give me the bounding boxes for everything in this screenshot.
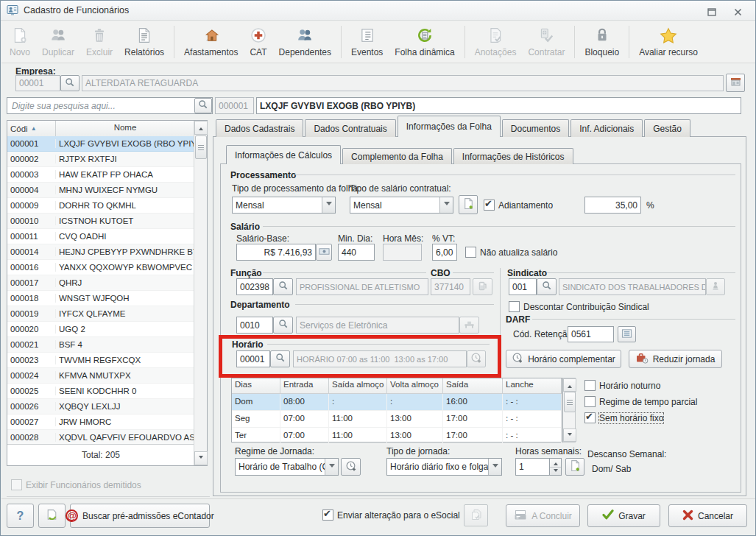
scroll-down-arrow[interactable] (194, 451, 208, 465)
employee-row[interactable]: 000002RJTPX RXTFJI (7, 152, 194, 167)
company-button[interactable] (726, 74, 745, 92)
scroll-down-arrow[interactable] (563, 429, 576, 442)
employee-row[interactable]: 000025SEENI KODCHHR 0 (7, 384, 194, 399)
employee-row[interactable]: 000003HAW EKATP FP OHACA (7, 167, 194, 183)
employee-row[interactable]: 000026XQBQY LEXLJJ (7, 399, 194, 415)
tab-documentos[interactable]: Documentos (502, 119, 569, 137)
min-dia-field[interactable]: 440 (338, 244, 375, 261)
vt-field[interactable]: 6,00 (432, 244, 457, 261)
tipo-folha-select[interactable]: Mensal (232, 197, 336, 214)
employee-row[interactable]: 000023TWVMH REGFXCQX (7, 353, 194, 368)
descontar-sindical-checkbox[interactable]: Descontar Contribuição Sindical (509, 301, 649, 312)
scroll-thumb[interactable] (564, 392, 576, 412)
subtab-complemento-da-folha[interactable]: Complemento da Folha (342, 148, 452, 164)
gravar-button[interactable]: Gravar (587, 504, 660, 527)
schedule-scrollbar[interactable] (562, 378, 576, 442)
toolbar-avaliar-recurso-button[interactable]: Avaliar recurso (633, 23, 704, 61)
horas-spinner[interactable] (550, 458, 562, 476)
schedule-column-saida[interactable]: Saída (443, 378, 503, 393)
tab-dados-cadastrais[interactable]: Dados Cadastrais (216, 119, 303, 137)
employee-row[interactable]: 000018WNSGT WJFQOH (7, 291, 194, 306)
scroll-thumb[interactable] (195, 135, 207, 159)
horario-complementar-button[interactable]: Horário complementar (506, 350, 621, 368)
column-code[interactable]: Códi (10, 124, 28, 133)
employee-row[interactable]: 000009DORHR TO QKMHL (7, 198, 194, 214)
cod-retencao-field[interactable]: 0561 (568, 326, 614, 342)
flag-horario-noturno-checkbox[interactable]: Horário noturno (584, 380, 660, 391)
employee-row[interactable]: 000027JRW HMORC (7, 415, 194, 430)
toolbar-eventos-button[interactable]: Eventos (345, 23, 389, 61)
adiantamento-value-field[interactable]: 35,00 (584, 197, 641, 214)
toolbar-dependentes-button[interactable]: Dependentes (273, 23, 337, 61)
grid-scrollbar[interactable] (194, 121, 207, 465)
close-window-button[interactable] (729, 6, 746, 18)
toolbar-bloqueio-button[interactable]: Bloqueio (579, 23, 625, 61)
employee-row[interactable]: 000017QHRJ (7, 275, 194, 291)
regime-jornada-select[interactable]: Horário de Trabalho (Cap. (235, 458, 339, 476)
tipo-salario-select[interactable]: Mensal (350, 197, 453, 214)
subtab-informacoes-de-calculos[interactable]: Informações de Cálculos (226, 145, 341, 164)
tab-gestao[interactable]: Gestão (644, 119, 690, 137)
adiantamento-checkbox[interactable]: Adiantamento (484, 200, 553, 211)
funcao-code-field[interactable]: 002398 (236, 278, 273, 295)
employee-row[interactable]: 000004MHNJ WUIXECF NYMGU (7, 183, 194, 198)
help-button[interactable]: ? (7, 504, 34, 528)
subtab-informacoes-de-historicos[interactable]: Informações de Históricos (453, 148, 573, 164)
tab-dados-contratuais[interactable]: Dados Contratuais (305, 119, 395, 137)
toolbar-relatorios-button[interactable]: Relatórios (119, 23, 170, 61)
toolbar-cat-button[interactable]: CAT (244, 23, 272, 61)
tab-informacoes-da-folha[interactable]: Informações da Folha (398, 116, 501, 137)
employee-row[interactable]: 000020UGQ 2 (7, 322, 194, 337)
restore-window-button[interactable] (704, 6, 720, 18)
spinner-down[interactable] (550, 468, 561, 476)
employee-row[interactable]: 000014HEJNJ CPEBYYP PXWNDHRKE BTB J (7, 244, 194, 260)
column-name[interactable]: Nome (56, 121, 194, 136)
sindicato-code-field[interactable]: 001 (509, 278, 537, 295)
flag-regime-de-tempo-parcial-checkbox[interactable]: Regime de tempo parcial (584, 396, 697, 407)
employee-row[interactable]: 000021BSF 4 (7, 337, 194, 353)
esocial-checkbox[interactable]: Enviar alteração para o eSocial (322, 509, 460, 521)
horario-search-button[interactable] (270, 350, 290, 367)
schedule-row[interactable]: Ter07:0011:0013:0017:00: - : (232, 428, 562, 445)
empresa-code-field[interactable]: 00001 (15, 75, 60, 91)
schedule-column-lanche[interactable]: Lanche (503, 378, 562, 393)
sync-button[interactable] (38, 504, 66, 528)
salario-base-field[interactable]: R$ 7.416,93 (236, 244, 316, 261)
empresa-search-button[interactable] (60, 75, 80, 91)
reduzir-jornada-button[interactable]: Reduzir jornada (629, 350, 722, 368)
employee-row[interactable]: 000019IYFCX QLFAYME (7, 306, 194, 322)
money-button[interactable] (316, 244, 332, 261)
employee-row[interactable]: 000024KFMVA NMUTXPX (7, 368, 194, 384)
buscar-pre-admissoes-button[interactable]: @ Buscar pré-admissões eContador (70, 504, 210, 528)
retencao-list-button[interactable] (618, 326, 636, 342)
tab-inf-adicionais[interactable]: Inf. Adicionais (570, 119, 643, 137)
employee-name-field[interactable]: LXQJF GVYBVI EXOGB (RBO YPIYB) (256, 97, 741, 114)
nao-atualiza-checkbox[interactable]: Não atualiza salário (465, 247, 557, 258)
sindicato-search-button[interactable] (537, 278, 557, 295)
spinner-up[interactable] (550, 459, 561, 468)
horario-code-field[interactable]: 00001 (236, 350, 270, 367)
horas-history-button[interactable] (565, 458, 584, 476)
scroll-up-arrow[interactable] (194, 121, 208, 135)
employee-row[interactable]: 000001LXQJF GVYBVI EXOGB (RBO YPIYB) (7, 136, 194, 152)
toolbar-afastamentos-button[interactable]: Afastamentos (178, 23, 244, 61)
schedule-column-dias[interactable]: Dias (232, 378, 280, 393)
schedule-column-saida-almoco[interactable]: Saída almoço (329, 378, 387, 393)
horas-semanais-field[interactable]: 1 (515, 458, 550, 476)
employee-row[interactable]: 000010ICSTNOH KUTOET (7, 214, 194, 229)
scroll-up-arrow[interactable] (563, 378, 576, 392)
employee-row[interactable]: 000011CVQ OADHI (7, 229, 194, 244)
employee-row[interactable]: 000016YANXX QQXOWYP KBWOMPVEC A (7, 260, 194, 275)
search-button[interactable] (194, 98, 212, 113)
funcao-search-button[interactable] (273, 278, 293, 295)
employee-row[interactable]: 000028XQDVL QAFVFIV EFOUARDVO AST U (7, 430, 194, 445)
departamento-code-field[interactable]: 0010 (236, 317, 273, 334)
toolbar-folha-dinamica-button[interactable]: Folha dinâmica (389, 23, 460, 61)
flag-sem-horario-fixo-checkbox[interactable]: Sem horário fixo (584, 412, 663, 423)
search-input[interactable] (7, 97, 213, 114)
schedule-row[interactable]: Dom08:00::16:00: - : (232, 394, 562, 411)
cancelar-button[interactable]: Cancelar (668, 504, 747, 527)
show-dismissed-checkbox[interactable]: Exibir Funcionários demitidos (11, 479, 141, 490)
regime-clock-button[interactable] (341, 458, 361, 476)
grid-header[interactable]: Códi▲ Nome (7, 121, 194, 137)
